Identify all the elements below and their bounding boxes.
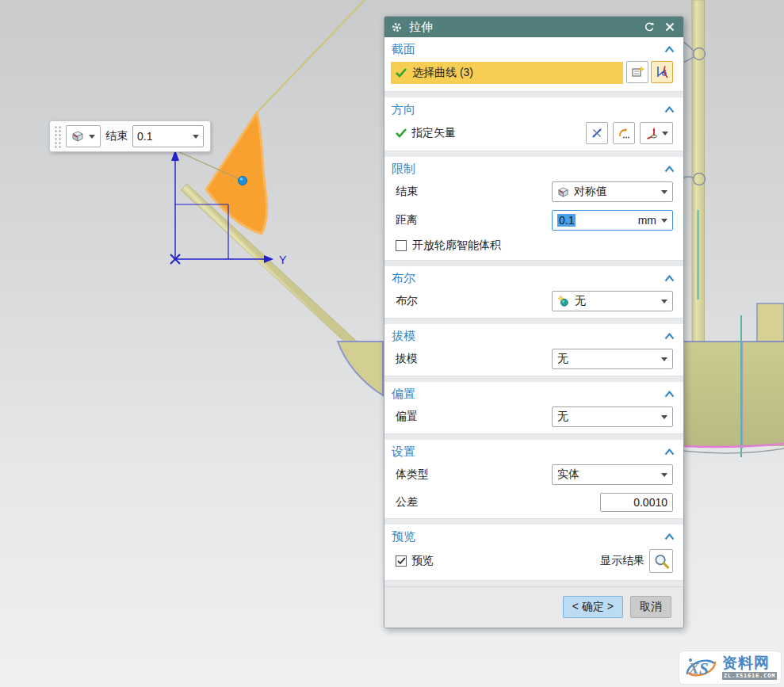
boolean-header[interactable]: 布尔: [384, 266, 683, 289]
group-direction: 方向 指定矢量: [384, 97, 683, 151]
section-from-curves-icon: [631, 66, 644, 79]
caret-down-icon: [89, 135, 95, 139]
select-curves-row[interactable]: 选择曲线 (3): [391, 62, 623, 84]
bowsprit-rod[interactable]: [181, 184, 361, 352]
svg-text:S: S: [699, 659, 709, 678]
cabin-block[interactable]: [757, 303, 784, 342]
collapse-chevron-icon[interactable]: [664, 448, 675, 456]
tolerance-input[interactable]: 0.0010: [600, 493, 673, 512]
vector-dialog-icon: [618, 127, 630, 139]
end-option-dropdown[interactable]: [66, 125, 101, 147]
group-preview: 预览 预览 显示结果: [384, 525, 683, 581]
direction-header[interactable]: 方向: [384, 97, 683, 120]
mini-end-label: 结束: [105, 129, 128, 143]
ok-button[interactable]: < 确定 >: [563, 596, 623, 618]
tolerance-value: 0.0010: [633, 496, 667, 509]
tolerance-label: 公差: [396, 495, 595, 510]
group-offset: 偏置 偏置 无: [384, 382, 683, 434]
collapse-chevron-icon[interactable]: [664, 391, 675, 398]
y-axis-label: Y: [279, 254, 287, 266]
distance-input[interactable]: 0.1 mm: [552, 210, 673, 231]
caret-down-icon: [661, 190, 667, 194]
cancel-button[interactable]: 取消: [630, 596, 671, 618]
end-value: 对称值: [574, 185, 656, 199]
collapse-chevron-icon[interactable]: [664, 166, 675, 173]
close-icon[interactable]: [663, 20, 677, 34]
draft-title: 拔模: [392, 329, 415, 344]
svg-text:X: X: [688, 660, 700, 677]
extrude-dialog: 拉伸 截面: [384, 16, 684, 628]
show-result-button[interactable]: [649, 549, 673, 573]
collapse-chevron-icon[interactable]: [664, 106, 675, 113]
onscreen-input-toolbar[interactable]: 结束 0.1: [49, 120, 211, 152]
offset-value: 无: [557, 410, 656, 424]
drag-grip[interactable]: [53, 124, 61, 148]
gear-icon: [391, 21, 403, 33]
boolean-title: 布尔: [392, 271, 415, 286]
specify-vector-icon: [645, 127, 659, 140]
preview-header[interactable]: 预览: [384, 525, 683, 548]
collapse-chevron-icon[interactable]: [664, 275, 675, 282]
caret-down-icon[interactable]: [661, 219, 667, 223]
collapse-chevron-icon[interactable]: [664, 46, 675, 53]
direction-title: 方向: [392, 102, 415, 117]
boolean-combo[interactable]: 无: [552, 291, 673, 311]
body-type-combo[interactable]: 实体: [552, 464, 673, 485]
mini-end-value-input[interactable]: 0.1: [132, 125, 204, 147]
watermark-site-url: ZL.XS1616.COM: [722, 672, 777, 680]
watermark-site-name: 资料网: [722, 655, 777, 670]
group-limits: 限制 结束 对称值 距离: [384, 157, 683, 261]
dialog-title: 拉伸: [409, 20, 636, 35]
limits-title: 限制: [392, 162, 415, 177]
vector-dialog-button[interactable]: [613, 122, 635, 144]
caret-down-icon: [661, 415, 667, 419]
offset-header[interactable]: 偏置: [384, 382, 683, 405]
reverse-direction-button[interactable]: [586, 122, 608, 144]
offset-combo[interactable]: 无: [552, 406, 673, 427]
end-combo[interactable]: 对称值: [552, 181, 673, 202]
drag-handle-ball[interactable]: [239, 177, 247, 185]
distance-value: 0.1: [557, 214, 576, 227]
limits-header[interactable]: 限制: [384, 157, 683, 180]
dialog-footer: < 确定 > 取消: [384, 586, 683, 628]
hull-side[interactable]: [683, 342, 784, 446]
caret-down-icon: [661, 300, 667, 303]
group-section: 截面 选择曲线 (3): [384, 37, 683, 92]
caret-down-icon: [193, 135, 199, 139]
section-header[interactable]: 截面: [384, 37, 683, 60]
specify-vector-button[interactable]: [640, 122, 673, 144]
body-type-value: 实体: [557, 468, 656, 482]
sketch-section-button[interactable]: [651, 61, 673, 83]
settings-header[interactable]: 设置: [384, 440, 683, 463]
collapse-chevron-icon[interactable]: [664, 533, 675, 540]
offset-title: 偏置: [392, 387, 415, 402]
bow-hull-wedge[interactable]: [338, 342, 383, 395]
reset-icon[interactable]: [642, 20, 656, 34]
caret-down-icon: [662, 132, 668, 135]
draft-header[interactable]: 拔模: [384, 324, 683, 347]
section-from-curves-button[interactable]: [626, 61, 648, 83]
open-profile-checkbox[interactable]: [396, 240, 407, 251]
reverse-direction-icon: [591, 127, 603, 139]
check-icon: [396, 68, 407, 78]
drag-handle-highlight: [240, 177, 243, 181]
xs-logo-icon: X S: [683, 654, 720, 682]
open-profile-checkrow[interactable]: 开放轮廓智能体积: [384, 237, 683, 260]
group-settings: 设置 体类型 实体 公差 0.0010: [384, 440, 683, 519]
distance-unit: mm: [638, 214, 656, 227]
hull-bottom-curve: [683, 448, 784, 453]
draft-combo[interactable]: 无: [552, 349, 673, 369]
offset-label: 偏置: [396, 410, 547, 424]
draft-value: 无: [557, 352, 656, 366]
forestay-line[interactable]: [258, 0, 365, 112]
preview-checkbox[interactable]: [396, 555, 407, 567]
select-curves-label: 选择曲线 (3): [412, 66, 473, 80]
magnifier-icon: [653, 553, 670, 570]
collapse-chevron-icon[interactable]: [664, 333, 675, 340]
site-watermark: X S 资料网 ZL.XS1616.COM: [679, 651, 782, 685]
draft-label: 拔模: [396, 352, 547, 366]
dialog-titlebar[interactable]: 拉伸: [384, 17, 683, 37]
open-profile-label: 开放轮廓智能体积: [412, 239, 501, 253]
application-window: Y: [0, 0, 784, 687]
cube-symmetric-icon: [557, 186, 569, 198]
